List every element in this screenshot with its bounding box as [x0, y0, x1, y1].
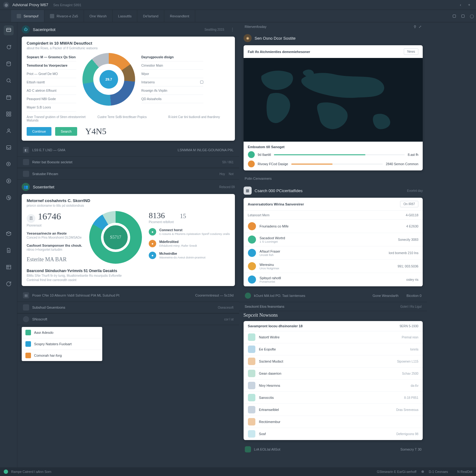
news-item[interactable]: Ssctend MudsctSipownen L115: [244, 355, 423, 368]
news-item[interactable]: Natortl WollrePremal resn: [244, 331, 423, 343]
news-item[interactable]: SosfDeferrigoons 98: [244, 428, 423, 440]
tile-icon: [248, 333, 255, 341]
checkbox-icon[interactable]: [200, 81, 203, 84]
list-item[interactable]: Ettssh rasntt: [27, 78, 76, 86]
rail-activity-icon[interactable]: [4, 193, 14, 203]
list-item: Sopearc M — Groomcx Qs Sion: [27, 53, 76, 61]
rail-inbox-icon[interactable]: [4, 143, 14, 152]
map-card: Falt ifo Atchmientles dememiehesoner New…: [244, 45, 423, 170]
more-icon[interactable]: ⋮: [231, 27, 235, 32]
section-bar-d[interactable]: SNoscroft cor I st: [17, 313, 239, 325]
pin-icon[interactable]: ⚲: [414, 25, 416, 29]
avatar-icon: [248, 262, 256, 270]
section-bar-a[interactable]: Reter bat Boesote secletet 59 / 861: [17, 156, 239, 168]
tab-4[interactable]: De'lartand: [137, 10, 164, 22]
svg-rect-4: [7, 112, 8, 113]
tile-icon: [248, 346, 255, 353]
list-item[interactable]: Sacadoot Wortrd1 S LooningetSonecily 308…: [244, 233, 423, 246]
user-small-icon: [25, 330, 31, 335]
world-map[interactable]: [244, 58, 423, 142]
rail-document-icon[interactable]: [4, 245, 14, 255]
tabstrip-ctl-c[interactable]: ◯: [467, 10, 476, 22]
cust-section-bar[interactable]: Sesckont Etos feanontans Golet I Rs Ligu…: [239, 302, 427, 311]
list-header: ▦ Csarch 000 PCicerttatfides Evortnt day: [239, 183, 427, 198]
expand-icon[interactable]: ⤢: [419, 25, 421, 29]
refresh-small-icon: [23, 316, 29, 322]
continue-button[interactable]: Continue: [27, 127, 51, 136]
avatar-icon: [248, 236, 256, 244]
tabstrip-ctl-a[interactable]: [450, 10, 459, 22]
list-tag[interactable]: On IR87: [400, 201, 418, 207]
list-item[interactable]: Peavpord NBI Gode: [27, 95, 76, 103]
tab-1[interactable]: Rivarce-e Za5: [44, 10, 84, 22]
map-under-row: Polin Cenvanners: [239, 174, 427, 183]
rail-dashboard-icon[interactable]: [4, 25, 14, 35]
tab-0[interactable]: Serampuf: [11, 10, 44, 22]
mini-item[interactable]: Aasr Adesdo: [22, 327, 102, 338]
svg-point-2: [7, 79, 10, 82]
status-dot-icon: [4, 469, 8, 474]
list-item[interactable]: Spitsyd rahotllPonamonistostey ris: [244, 273, 423, 286]
list-item[interactable]: Priot — Groef De MO: [27, 70, 76, 78]
map-title: Sen Osno Dcor Sostite: [255, 36, 296, 41]
news-title: Sepceit Nowsons: [244, 312, 278, 318]
news-card: Savampront Iocou dhsinonsler 18 9ERN 5-1…: [244, 321, 423, 440]
news-item[interactable]: ErtramselblelDras Sreeveous: [244, 404, 423, 416]
tab-3[interactable]: Lassuttls: [112, 10, 137, 22]
tile-icon: [248, 370, 255, 377]
list-item[interactable]: Fnuriadens co Mife4 E2630: [244, 220, 423, 233]
power-icon: ⏻: [22, 25, 30, 33]
list-item[interactable]: Mayer S.B Loors: [27, 103, 76, 112]
list-item[interactable]: AD C aletron Effount: [27, 86, 76, 95]
avatar-icon: [248, 222, 256, 230]
list-item[interactable]: Añaurl FraserUrostit fishlord bomenb 210…: [244, 246, 423, 260]
tabstrip-ctl-b[interactable]: [459, 10, 467, 22]
news-item[interactable]: Rectómembur: [244, 416, 423, 428]
panel2-header: 👥 Sosenterltet Relsced 09: [17, 180, 239, 194]
rail-table-icon[interactable]: [4, 262, 14, 272]
tab-2[interactable]: One Warsh: [84, 10, 112, 22]
panel1-meta: Seattling 2015: [205, 28, 224, 31]
list-item[interactable]: WeresinuUros Notgrinax991; 003.5036: [244, 260, 423, 273]
mini-item[interactable]: Comonah har-forg: [22, 350, 102, 361]
list-card-title: Avarersatotiors Wirina Sanvereirer: [248, 202, 400, 206]
rail-box-icon[interactable]: [4, 229, 14, 239]
svg-rect-5: [9, 112, 11, 113]
svg-rect-6: [7, 115, 8, 116]
tab-icon: [50, 14, 54, 18]
status-dot-icon: [248, 151, 255, 158]
map-tag-button[interactable]: News: [404, 48, 418, 55]
svg-point-10: [7, 179, 11, 183]
search-button[interactable]: Search: [55, 127, 77, 136]
section-bar-c[interactable]: Subshud Geuentoons Oseacesoft: [17, 302, 239, 313]
globe-icon: ◉: [244, 34, 252, 42]
rail-user-icon[interactable]: [4, 126, 14, 136]
rail-refresh-icon[interactable]: [4, 279, 14, 289]
map-breadcrumb: Ritervenfosday: [245, 25, 267, 29]
rail-grid-icon[interactable]: [4, 109, 14, 119]
cloud-small-icon: [25, 341, 31, 347]
shield-small-icon: [25, 353, 31, 358]
news-item[interactable]: Sanocctis8-18 P851: [244, 392, 423, 404]
minimize-icon[interactable]: ‹: [457, 1, 464, 9]
news-item[interactable]: Ee EopofteIonnls: [244, 343, 423, 355]
mini-item[interactable]: Sospry Natsters Fuolsart: [22, 338, 102, 350]
rail-database-icon[interactable]: [4, 59, 14, 69]
tab-5[interactable]: Revoandtent: [164, 10, 195, 22]
news-item[interactable]: Gean daserionSchav 2500: [244, 368, 423, 380]
add-icon[interactable]: +: [465, 1, 473, 9]
panel2-stat-big: 16746: [38, 211, 61, 221]
svg-rect-3: [7, 96, 11, 99]
panel2-foot-h: Bearcond Skinduchan-Yvrimnls 51 Onerila …: [27, 269, 230, 273]
map-metric-row: 9d 8aetitl 8.ast fh: [248, 151, 419, 158]
news-item[interactable]: Nivy Hesrmnsda-6v: [244, 380, 423, 392]
rail-zoom-icon[interactable]: [4, 159, 14, 169]
rail-search-icon[interactable]: [4, 76, 14, 86]
section-bar-b[interactable]: Sratusbe Fthcam Hoy Not: [17, 168, 239, 180]
rail-chat-icon[interactable]: [4, 42, 14, 52]
panel1-card: Compirdert in 10 MWAN Desutfoct about th…: [22, 37, 235, 141]
rail-play-icon[interactable]: [4, 176, 14, 186]
user-circle-icon: [245, 293, 251, 299]
rail-calendar-icon[interactable]: [4, 92, 14, 102]
map-card-title: Falt ifo Atchmientles dememiehesoner: [248, 50, 404, 54]
